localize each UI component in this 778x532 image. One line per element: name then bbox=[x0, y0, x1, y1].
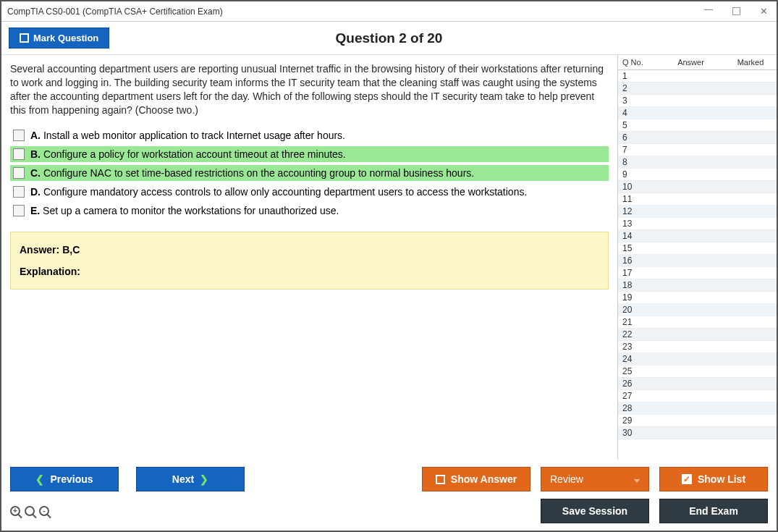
option-row[interactable]: D. Configure mandatory access controls t… bbox=[10, 184, 609, 200]
header-row: Mark Question Question 2 of 20 bbox=[1, 22, 777, 54]
nav-body[interactable]: 1234567891011121314151617181920212223242… bbox=[618, 70, 777, 460]
nav-row[interactable]: 17 bbox=[618, 267, 777, 279]
checkbox-icon bbox=[20, 33, 29, 43]
show-answer-button[interactable]: Show Answer bbox=[422, 467, 530, 491]
window-controls bbox=[701, 4, 771, 19]
question-nav-panel: Q No. Answer Marked 12345678910111213141… bbox=[617, 55, 777, 460]
previous-button[interactable]: ❮ Previous bbox=[10, 467, 119, 491]
nav-qno: 8 bbox=[622, 157, 653, 167]
minimize-icon[interactable] bbox=[701, 4, 716, 19]
nav-row[interactable]: 4 bbox=[618, 107, 777, 119]
nav-row[interactable]: 1 bbox=[618, 70, 777, 83]
nav-row[interactable]: 24 bbox=[618, 353, 777, 366]
nav-row[interactable]: 18 bbox=[618, 279, 777, 292]
footer: ❮ Previous Next ❯ Show Answer Review bbox=[1, 460, 777, 531]
save-session-button[interactable]: Save Session bbox=[541, 499, 649, 523]
footer-row-1: ❮ Previous Next ❯ Show Answer Review bbox=[10, 467, 768, 491]
answer-box: Answer: B,C Explanation: bbox=[10, 232, 609, 290]
nav-row[interactable]: 26 bbox=[618, 378, 777, 390]
option-row[interactable]: E. Set up a camera to monitor the workst… bbox=[10, 203, 609, 219]
zoom-out-icon[interactable]: - bbox=[39, 506, 49, 516]
option-row[interactable]: A. Install a web monitor application to … bbox=[10, 127, 609, 143]
nav-row[interactable]: 7 bbox=[618, 144, 777, 156]
checkbox-icon[interactable] bbox=[13, 167, 25, 179]
option-row[interactable]: B. Configure a policy for workstation ac… bbox=[10, 146, 609, 162]
nav-row[interactable]: 25 bbox=[618, 366, 777, 378]
nav-qno: 7 bbox=[622, 145, 653, 155]
nav-qno: 18 bbox=[622, 280, 653, 290]
nav-qno: 21 bbox=[622, 317, 653, 327]
nav-row[interactable]: 8 bbox=[618, 156, 777, 169]
nav-row[interactable]: 19 bbox=[618, 292, 777, 304]
question-counter: Question 2 of 20 bbox=[336, 30, 443, 46]
option-text: E. Set up a camera to monitor the workst… bbox=[30, 205, 339, 216]
nav-header: Q No. Answer Marked bbox=[618, 55, 777, 70]
nav-qno: 15 bbox=[622, 243, 653, 253]
close-icon[interactable] bbox=[756, 4, 771, 19]
option-text: B. Configure a policy for workstation ac… bbox=[30, 148, 346, 160]
checkbox-checked-icon: ✓ bbox=[682, 474, 692, 484]
action-buttons-2: Save Session End Exam bbox=[541, 499, 768, 523]
nav-qno: 30 bbox=[622, 428, 653, 438]
nav-row[interactable]: 6 bbox=[618, 132, 777, 144]
zoom-in-icon[interactable]: + bbox=[10, 506, 20, 516]
nav-qno: 22 bbox=[622, 329, 653, 339]
show-list-button[interactable]: ✓ Show List bbox=[659, 467, 768, 491]
maximize-icon[interactable] bbox=[729, 4, 743, 19]
nav-row[interactable]: 15 bbox=[618, 242, 777, 255]
nav-qno: 27 bbox=[622, 391, 653, 401]
nav-qno: 3 bbox=[622, 96, 653, 106]
nav-row[interactable]: 14 bbox=[618, 230, 777, 242]
nav-row[interactable]: 11 bbox=[618, 193, 777, 206]
next-button[interactable]: Next ❯ bbox=[136, 467, 245, 491]
nav-qno: 25 bbox=[622, 366, 653, 376]
checkbox-icon[interactable] bbox=[13, 130, 25, 141]
nav-row[interactable]: 22 bbox=[618, 329, 777, 341]
question-stem: Several accounting department users are … bbox=[10, 62, 609, 117]
nav-qno: 28 bbox=[622, 403, 653, 413]
nav-buttons: ❮ Previous Next ❯ bbox=[10, 467, 245, 491]
nav-row[interactable]: 3 bbox=[618, 95, 777, 107]
option-row[interactable]: C. Configure NAC to set time-based restr… bbox=[10, 165, 609, 181]
nav-col-qno: Q No. bbox=[622, 58, 653, 67]
question-panel: Several accounting department users are … bbox=[1, 55, 617, 460]
nav-row[interactable]: 23 bbox=[618, 341, 777, 353]
nav-row[interactable]: 29 bbox=[618, 415, 777, 427]
checkbox-icon[interactable] bbox=[13, 186, 25, 198]
nav-row[interactable]: 10 bbox=[618, 181, 777, 193]
nav-qno: 20 bbox=[622, 305, 653, 315]
nav-qno: 1 bbox=[622, 71, 653, 81]
nav-qno: 12 bbox=[622, 206, 653, 216]
nav-row[interactable]: 28 bbox=[618, 402, 777, 415]
nav-qno: 9 bbox=[622, 169, 653, 180]
checkbox-icon[interactable] bbox=[13, 205, 25, 216]
nav-row[interactable]: 12 bbox=[618, 206, 777, 218]
nav-row[interactable]: 30 bbox=[618, 427, 777, 439]
mark-question-button[interactable]: Mark Question bbox=[9, 28, 109, 48]
zoom-reset-icon[interactable] bbox=[25, 506, 35, 516]
nav-row[interactable]: 9 bbox=[618, 169, 777, 181]
app-window: CompTIA CS0-001 (CompTIA CSA+ Certificat… bbox=[0, 0, 778, 532]
titlebar: CompTIA CS0-001 (CompTIA CSA+ Certificat… bbox=[1, 1, 777, 22]
chevron-right-icon: ❯ bbox=[200, 473, 208, 485]
checkbox-icon[interactable] bbox=[13, 148, 25, 160]
nav-row[interactable]: 20 bbox=[618, 304, 777, 316]
nav-qno: 29 bbox=[622, 415, 653, 426]
nav-row[interactable]: 2 bbox=[618, 83, 777, 95]
nav-row[interactable]: 21 bbox=[618, 316, 777, 329]
review-button[interactable]: Review bbox=[541, 467, 649, 491]
chevron-left-icon: ❮ bbox=[35, 473, 44, 485]
nav-qno: 14 bbox=[622, 231, 653, 241]
footer-row-2: + - Save Session End Exam bbox=[10, 499, 768, 523]
nav-col-marked: Marked bbox=[729, 58, 772, 67]
nav-row[interactable]: 27 bbox=[618, 390, 777, 402]
nav-row[interactable]: 13 bbox=[618, 218, 777, 230]
nav-qno: 4 bbox=[622, 108, 653, 118]
body-row: Several accounting department users are … bbox=[1, 54, 777, 460]
nav-qno: 6 bbox=[622, 132, 653, 143]
end-exam-button[interactable]: End Exam bbox=[659, 499, 768, 523]
nav-row[interactable]: 16 bbox=[618, 255, 777, 267]
answer-line: Answer: B,C bbox=[20, 244, 599, 256]
nav-row[interactable]: 5 bbox=[618, 119, 777, 132]
option-text: C. Configure NAC to set time-based restr… bbox=[30, 167, 474, 179]
